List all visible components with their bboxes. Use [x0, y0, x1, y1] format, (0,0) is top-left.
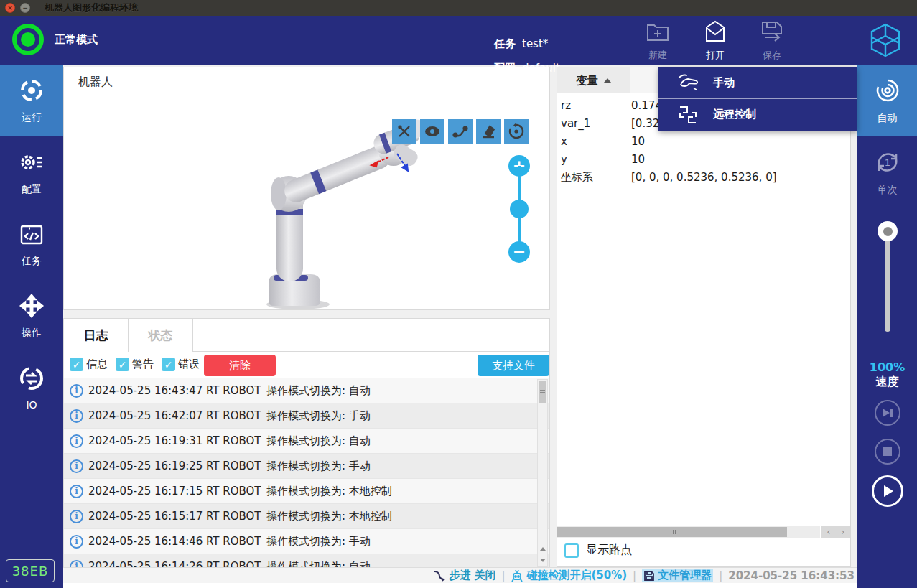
minimize-icon[interactable]: − [20, 3, 30, 13]
robot-panel-title: 机器人 [78, 75, 113, 90]
close-icon[interactable]: × [5, 3, 15, 13]
floppy-icon [643, 570, 655, 582]
info-icon: i [70, 384, 83, 398]
view-toolbar [392, 119, 529, 144]
variables-collapse-button[interactable]: 变量 [557, 67, 630, 93]
auto-mode-icon [873, 76, 902, 108]
speed-slider-track[interactable] [885, 228, 890, 332]
log-row[interactable]: i 2024-05-25 16:42:07 RT ROBOT 操作模式切换为: … [64, 403, 549, 429]
log-row[interactable]: i 2024-05-25 16:14:26 RT ROBOT 操作模式切换为: … [64, 554, 549, 568]
variables-hscrollbar[interactable] [557, 526, 820, 538]
log-row[interactable]: i 2024-05-25 16:19:25 RT ROBOT 操作模式切换为: … [64, 454, 549, 479]
trajectory-button[interactable] [448, 119, 473, 144]
new-button[interactable]: 新建 [635, 19, 681, 63]
info-icon: i [70, 510, 83, 523]
scroll-up-icon[interactable] [538, 543, 547, 554]
sidebar-item-single[interactable]: 1 单次 [857, 136, 917, 208]
log-row[interactable]: i 2024-05-25 16:15:17 RT ROBOT 操作模式切换为: … [64, 504, 549, 529]
gear-icon [18, 149, 45, 179]
checkbox-unchecked-icon [564, 543, 579, 558]
zoom-slider-thumb[interactable] [510, 200, 529, 218]
move-arrows-icon [18, 292, 45, 322]
eraser-button[interactable] [476, 119, 501, 144]
task-label: 任务 [494, 37, 516, 51]
log-list[interactable]: i 2024-05-25 16:43:47 RT ROBOT 操作模式切换为: … [63, 378, 550, 568]
info-icon: i [70, 459, 83, 473]
filter-error[interactable]: ✓ 错误 [162, 358, 200, 371]
variable-row[interactable]: 坐标系 [0, 0, 0, 0.5236, 0.5236, 0] [557, 171, 850, 189]
left-sidebar: 运行 配置 任务 [0, 65, 63, 588]
brand-logo-cube-icon [867, 22, 904, 62]
svg-text:1: 1 [884, 157, 890, 168]
right-sidebar: 自动 1 单次 100% 速度 [857, 65, 917, 588]
log-scrollbar[interactable] [537, 379, 548, 567]
scroll-right-icon[interactable]: › [836, 526, 850, 538]
speed-slider-thumb[interactable] [878, 221, 898, 241]
mode-dropdown-menu: 手动 远程控制 [658, 67, 857, 131]
io-swap-icon [18, 365, 45, 395]
reset-view-button[interactable] [504, 119, 529, 144]
hand-icon [676, 73, 700, 92]
checkbox-checked-icon: ✓ [162, 358, 175, 371]
status-timestamp: 2024-05-25 16:43:53 [728, 569, 855, 582]
sidebar-item-run[interactable]: 运行 [0, 65, 63, 136]
step-mode-indicator[interactable]: 步进 关闭 [433, 569, 495, 582]
variable-row[interactable]: y 10 [557, 153, 850, 171]
titlebar: × − 机器人图形化编程环境 [0, 0, 917, 16]
save-button[interactable]: 保存 [749, 19, 795, 63]
speed-percent: 100% [857, 360, 917, 374]
sidebar-item-task[interactable]: 任务 [0, 208, 63, 280]
sidebar-item-auto[interactable]: 自动 [857, 65, 917, 136]
log-row[interactable]: i 2024-05-25 16:19:31 RT ROBOT 操作模式切换为: … [64, 429, 549, 454]
single-cycle-icon: 1 [873, 148, 902, 179]
scroll-left-icon[interactable]: ‹ [821, 526, 836, 538]
variable-row[interactable]: x 10 [557, 135, 850, 153]
clear-button[interactable]: 清除 [204, 355, 276, 376]
menu-item-remote-control[interactable]: 远程控制 [658, 98, 857, 130]
log-row[interactable]: i 2024-05-25 16:14:46 RT ROBOT 操作模式切换为: … [64, 529, 549, 554]
scroll-down-icon[interactable] [538, 554, 547, 566]
visibility-button[interactable] [420, 119, 444, 144]
tab-log[interactable]: 日志 [64, 319, 129, 353]
code-window-icon [18, 220, 45, 251]
log-scrollbar-thumb[interactable] [539, 381, 546, 403]
log-filter-row: ✓ 信息 ✓ 警告 ✓ 错误 清除 支持文件 [63, 352, 550, 378]
window-title: 机器人图形化编程环境 [45, 1, 138, 14]
info-icon: i [70, 409, 83, 423]
info-icon: i [70, 535, 83, 549]
play-button[interactable] [872, 475, 903, 507]
info-icon: i [70, 485, 83, 498]
file-manager-button[interactable]: 文件管理器 [642, 569, 713, 582]
checkbox-checked-icon: ✓ [116, 358, 129, 371]
zoom-out-button[interactable]: − [508, 241, 530, 263]
open-envelope-icon [702, 19, 728, 47]
sidebar-item-operate[interactable]: 操作 [0, 280, 63, 352]
log-row[interactable]: i 2024-05-25 16:43:47 RT ROBOT 操作模式切换为: … [64, 378, 549, 403]
tab-status[interactable]: 状态 [129, 319, 193, 353]
tools-button[interactable] [392, 119, 416, 144]
status-bar: 步进 关闭 | 碰撞检测开启(50%) | 文件管理器 | 2024-05-25… [63, 567, 857, 583]
status-badge: 38EB [6, 559, 55, 582]
support-files-button[interactable]: 支持文件 [478, 355, 549, 376]
step-forward-button[interactable] [875, 400, 900, 426]
sidebar-item-config[interactable]: 配置 [0, 136, 63, 208]
open-button[interactable]: 打开 [692, 19, 738, 63]
menu-item-manual[interactable]: 手动 [658, 67, 857, 98]
sidebar-item-io[interactable]: IO [0, 352, 63, 424]
stop-button[interactable] [875, 439, 900, 465]
robot-panel: 机器人 [63, 67, 550, 310]
log-row[interactable]: i 2024-05-25 16:17:15 RT ROBOT 操作模式切换为: … [64, 479, 549, 504]
variables-panel: 变量 rz 0.1745 var_1 [0.326 x 10 y 10 坐标系 … [557, 67, 851, 567]
filter-warning[interactable]: ✓ 警告 [116, 358, 154, 371]
header: 正常模式 任务 test* 配置 default 新建 打开 [0, 16, 917, 65]
remote-control-icon [676, 104, 700, 126]
new-folder-icon [645, 19, 671, 47]
app-window: × − 机器人图形化编程环境 正常模式 任务 test* 配置 default … [0, 0, 917, 588]
filter-info[interactable]: ✓ 信息 [70, 358, 108, 371]
collision-robot-icon [511, 569, 523, 582]
collision-detection-indicator[interactable]: 碰撞检测开启(50%) [511, 569, 627, 582]
show-waypoints-checkbox[interactable]: 显示路点 [564, 543, 632, 558]
variables-hscrollbar-thumb[interactable] [557, 527, 787, 537]
run-icon [18, 77, 45, 107]
chevron-up-icon [604, 78, 611, 83]
